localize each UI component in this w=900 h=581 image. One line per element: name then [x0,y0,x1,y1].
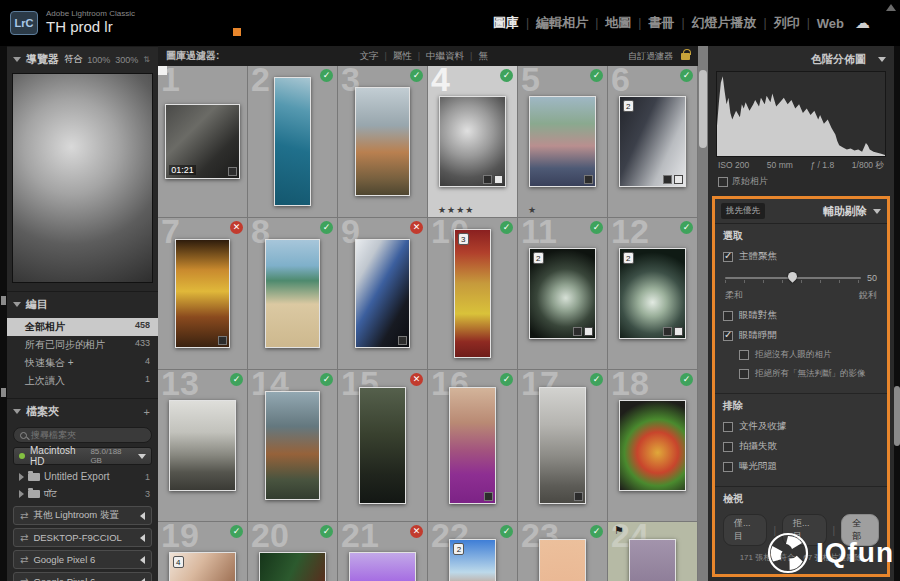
photo-thumbnail[interactable] [449,387,495,505]
eyes-open-checkbox[interactable] [723,331,733,341]
photo-thumbnail[interactable]: 2 [619,248,687,339]
module-2[interactable]: 編輯相片 [536,14,588,32]
flag-pick-badge-icon[interactable]: ✓ [500,69,513,82]
grid-cell-15[interactable]: 15✕ [338,370,428,522]
volume-collapse-icon[interactable] [138,454,146,459]
grid-cell-12[interactable]: 12✓2 [608,218,698,370]
grid-cell-4[interactable]: 4✓★★★★ [428,66,518,218]
stack-count-badge[interactable]: 2 [453,543,464,555]
device-row-4[interactable]: ⇄Google Pixel 6 [13,572,152,581]
grid-cell-19[interactable]: 19✓4 [158,522,248,581]
flag-pick-badge-icon[interactable]: ✓ [680,221,693,234]
photo-thumbnail[interactable] [175,239,230,348]
flag-pick-badge-icon[interactable]: ✓ [590,221,603,234]
grid-cell-22[interactable]: 22✓2 [428,522,518,581]
grid-cell-1[interactable]: 101:21 [158,66,248,218]
original-photo-checkbox[interactable] [718,177,728,187]
edit-badge-icon[interactable] [663,327,672,336]
photo-thumbnail[interactable] [355,239,410,348]
filter-tab-3[interactable]: 中繼資料 [426,50,464,63]
flag-pick-badge-icon[interactable]: ✓ [680,69,693,82]
focus-slider[interactable] [725,277,861,279]
filter-tab-2[interactable]: 屬性 [393,50,412,63]
flag-pick-badge-icon[interactable]: ✓ [230,373,243,386]
edit-badge-icon[interactable] [494,175,503,184]
grid-cell-2[interactable]: 2✓ [248,66,338,218]
edit-badge-icon[interactable] [584,327,593,336]
zoom-option-3[interactable]: 300% [115,55,138,65]
photo-thumbnail[interactable] [629,539,675,581]
grid-cell-7[interactable]: 7✕ [158,218,248,370]
subject-focus-checkbox[interactable] [723,252,733,262]
flag-pick-badge-icon[interactable]: ✓ [320,221,333,234]
expand-left-icon[interactable] [140,512,145,520]
grid-cell-18[interactable]: 18✓ [608,370,698,522]
flag-pick-badge-icon[interactable]: ✓ [590,69,603,82]
module-7[interactable]: Web [817,16,844,31]
histogram-header[interactable]: 色階分佈圖 [708,46,894,71]
subject-focus-row[interactable]: 主體聚焦 [723,250,879,263]
flag-pick-badge-icon[interactable]: ✓ [500,373,513,386]
exclude-checkbox[interactable] [723,462,733,472]
grid-cell-8[interactable]: 8✓ [248,218,338,370]
view-button-1[interactable]: 僅...目 [723,514,767,546]
grid-cell-14[interactable]: 14✓ [248,370,338,522]
reject-no-eyes-row[interactable]: 拒絕沒有人眼的相片 [739,349,879,361]
grid-cell-21[interactable]: 21✕ [338,522,428,581]
grid-cell-23[interactable]: 23✓ [518,522,608,581]
navigator-header[interactable]: 導覽器 符合100%300%⇅ [7,46,158,71]
exclude-checkbox[interactable] [723,422,733,432]
expand-left-icon[interactable] [140,578,145,581]
flag-pick-badge-icon[interactable]: ✓ [500,221,513,234]
eyes-focus-row[interactable]: 眼睛對焦 [723,309,879,322]
edit-badge-icon[interactable] [674,175,683,184]
flag-reject-badge-icon[interactable]: ✕ [230,221,243,234]
folder-item-2[interactable]: पॉट3 [7,485,158,503]
zoom-option-2[interactable]: 100% [87,55,110,65]
culling-header[interactable]: 挑先優先 輔助剔除 [715,199,887,224]
flag-pick-badge-icon[interactable]: ✓ [500,525,513,538]
right-panel-collapse-strip[interactable] [894,46,900,581]
photo-thumbnail[interactable] [619,400,687,491]
catalog-header[interactable]: 編目 [7,291,158,316]
grid-cell-20[interactable]: 20✓ [248,522,338,581]
grid-cell-10[interactable]: 10✓3 [428,218,518,370]
edit-badge-icon[interactable] [228,167,237,176]
grid-cell-13[interactable]: 13✓ [158,370,248,522]
edit-badge-icon[interactable] [674,327,683,336]
edit-badge-icon[interactable] [574,492,583,501]
catalog-item-4[interactable]: 上次讀入1 [7,372,158,390]
grid-cell-17[interactable]: 17✓ [518,370,608,522]
navigator-preview-image[interactable] [12,73,153,283]
grid-cell-3[interactable]: 3✓ [338,66,428,218]
exclude-item-2[interactable]: 拍攝失敗 [723,440,879,453]
flag-reject-badge-icon[interactable]: ✕ [410,525,423,538]
folder-search-input[interactable]: 搜尋檔案夾 [13,427,152,443]
grid-cell-11[interactable]: 11✓2 [518,218,608,370]
module-4[interactable]: 書冊 [648,14,674,32]
module-5[interactable]: 幻燈片播放 [692,14,757,32]
expand-triangle-icon[interactable] [19,490,24,498]
photo-thumbnail[interactable] [539,539,585,581]
eyes-open-row[interactable]: 眼睛睜開 [723,329,879,342]
original-photo-row[interactable]: 原始相片 [708,173,894,194]
folder-item-1[interactable]: Untitled Export1 [7,468,158,485]
photo-thumbnail[interactable]: 4 [169,552,237,581]
eyes-focus-checkbox[interactable] [723,311,733,321]
photo-thumbnail[interactable] [274,77,311,207]
flag-pick-badge-icon[interactable]: ✓ [230,525,243,538]
photo-thumbnail[interactable] [265,239,320,348]
custom-filter-label[interactable]: 自訂過濾器 [628,50,673,63]
reject-undetermined-checkbox[interactable] [739,369,749,379]
stack-count-badge[interactable]: 2 [623,252,634,264]
photo-thumbnail[interactable] [259,552,327,581]
pick-flag-icon[interactable]: ⚑ [614,524,624,537]
edit-badge-icon[interactable] [483,175,492,184]
photo-thumbnail[interactable] [355,87,410,196]
expand-left-icon[interactable] [140,534,145,542]
photo-thumbnail[interactable]: 2 [449,539,495,581]
flag-pick-badge-icon[interactable]: ✓ [320,373,333,386]
edit-badge-icon[interactable] [218,336,227,345]
edit-badge-icon[interactable] [584,175,593,184]
edit-badge-icon[interactable] [573,327,582,336]
